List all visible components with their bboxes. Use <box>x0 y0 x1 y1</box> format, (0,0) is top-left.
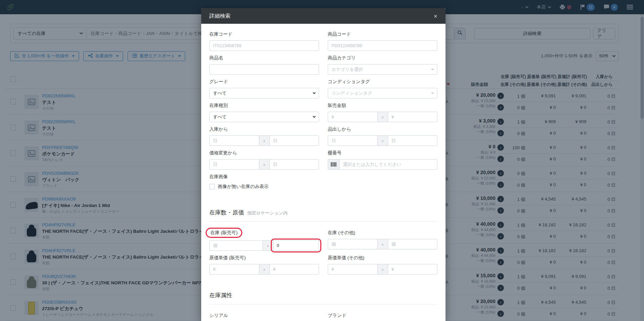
stock-sellable-label: 在庫 (販売可) <box>209 230 319 237</box>
stored-from-label: 入庫から <box>209 126 319 132</box>
range-separator: › <box>259 264 269 275</box>
stock-type-label: 在庫種別 <box>209 102 319 109</box>
field-cost-other-range: 原価単価 (その他) › <box>328 255 437 275</box>
brand-label: ブランド <box>328 313 437 319</box>
stored-from-max-input[interactable] <box>269 135 319 146</box>
field-stock-sellable-range: 在庫 (販売可) › <box>209 230 319 251</box>
cost-sellable-max-input[interactable] <box>269 264 319 275</box>
cost-sellable-label: 原価単価 (販売可) <box>209 255 319 261</box>
sale-price-max-input[interactable] <box>388 112 438 122</box>
stock-code-input[interactable] <box>209 40 319 51</box>
chevron-down-icon <box>313 91 316 94</box>
stock-code-label: 在庫コード <box>209 31 319 37</box>
stock-other-label: 在庫 (その他) <box>328 230 437 236</box>
field-grade: グレード すべて <box>209 79 319 98</box>
field-serial: シリアル <box>209 313 319 321</box>
range-separator: › <box>378 112 388 122</box>
condition-tag-select[interactable]: コンディションタグ <box>328 88 437 98</box>
cost-other-min-input[interactable] <box>328 264 378 275</box>
range-separator: › <box>263 240 273 251</box>
product-code-input[interactable] <box>328 40 437 51</box>
cost-sellable-min-input[interactable] <box>209 264 259 275</box>
grade-value: すべて <box>213 90 227 96</box>
stock-sellable-min-input[interactable] <box>209 240 263 251</box>
stock-type-select[interactable]: すべて <box>209 112 319 122</box>
range-separator: › <box>259 135 269 146</box>
stock-other-max-input[interactable] <box>388 239 438 249</box>
modal-body: 在庫コード 商品コード 商品名 商品カテゴリ カテゴリを選択 <box>201 24 446 321</box>
section-note: 指定ロケーション内 <box>247 210 288 216</box>
field-stock-image: 在庫画像 画像が無い在庫のみ表示 <box>209 174 319 190</box>
modal-title: 詳細検索 <box>209 13 230 20</box>
barcode-icon <box>328 159 339 170</box>
field-stored-from-range: 入庫から › <box>209 126 319 146</box>
field-product-category: 商品カテゴリ カテゴリを選択 <box>328 55 437 75</box>
field-listed-from-range: 品出しから › <box>328 126 437 146</box>
field-price-changed-range: 価格変更から › <box>209 150 319 170</box>
chevron-down-icon <box>431 67 434 70</box>
no-image-checkbox-label: 画像が無い在庫のみ表示 <box>218 184 269 190</box>
stock-image-label: 在庫画像 <box>209 174 319 180</box>
field-spacer <box>328 174 437 190</box>
listed-from-max-input[interactable] <box>388 135 438 146</box>
price-changed-label: 価格変更から <box>209 150 319 156</box>
section-stock-attributes: 在庫属性 <box>209 291 437 304</box>
range-separator: › <box>378 264 388 275</box>
field-cost-sellable-range: 原価単価 (販売可) › <box>209 255 319 275</box>
field-stock-type: 在庫種別 すべて <box>209 102 319 122</box>
field-sale-price-range: 販売金額 › <box>328 102 437 122</box>
no-image-checkbox[interactable] <box>209 184 215 189</box>
listed-from-label: 品出しから <box>328 126 437 132</box>
product-category-placeholder: カテゴリを選択 <box>332 67 363 73</box>
stock-type-value: すべて <box>213 114 227 120</box>
product-category-label: 商品カテゴリ <box>328 55 437 61</box>
range-separator: › <box>378 239 388 249</box>
shelf-no-label: 棚番号 <box>328 150 437 156</box>
listed-from-min-input[interactable] <box>328 135 378 146</box>
advanced-search-modal: 詳細検索 × 在庫コード 商品コード 商品名 商品カテゴリ <box>201 8 446 321</box>
field-shelf-no: 棚番号 <box>328 150 437 170</box>
close-icon[interactable]: × <box>434 13 437 19</box>
field-condition-tag: コンディションタグ コンディションタグ <box>328 79 437 98</box>
field-product-name: 商品名 <box>209 55 319 75</box>
product-name-label: 商品名 <box>209 55 319 61</box>
field-brand: ブランド <box>328 313 437 321</box>
section-stock-qty-cost: 在庫数・原価 指定ロケーション内 <box>209 209 437 222</box>
section-title: 在庫属性 <box>209 291 232 299</box>
product-category-select[interactable]: カテゴリを選択 <box>328 64 437 75</box>
grade-select[interactable]: すべて <box>209 88 319 98</box>
condition-tag-placeholder: コンディションタグ <box>332 90 372 96</box>
red-annotation-label-ring: 在庫 (販売可) <box>206 228 242 238</box>
section-title: 在庫数・原価 <box>209 209 244 216</box>
app-window: - 本店 <box>0 0 644 321</box>
chevron-down-icon <box>431 91 434 94</box>
condition-tag-label: コンディションタグ <box>328 79 437 85</box>
shelf-no-input[interactable] <box>339 159 437 170</box>
serial-label: シリアル <box>209 313 319 319</box>
range-separator: › <box>378 135 388 146</box>
sale-price-label: 販売金額 <box>328 102 437 109</box>
chevron-down-icon <box>313 115 316 117</box>
stored-from-min-input[interactable] <box>209 135 259 146</box>
product-name-input[interactable] <box>209 64 319 75</box>
cost-other-label: 原価単価 (その他) <box>328 255 437 261</box>
grade-label: グレード <box>209 79 319 85</box>
product-code-label: 商品コード <box>328 31 437 37</box>
sale-price-min-input[interactable] <box>328 112 378 122</box>
stock-other-min-input[interactable] <box>328 239 378 249</box>
price-changed-max-input[interactable] <box>269 159 319 170</box>
field-product-code: 商品コード <box>328 31 437 51</box>
modal-header: 詳細検索 × <box>201 8 446 24</box>
range-separator: › <box>259 159 269 170</box>
field-stock-other-range: 在庫 (その他) › <box>328 230 437 251</box>
field-stock-code: 在庫コード <box>209 31 319 51</box>
stock-sellable-max-input[interactable] <box>273 240 319 251</box>
price-changed-min-input[interactable] <box>209 159 259 170</box>
cost-other-max-input[interactable] <box>388 264 438 275</box>
